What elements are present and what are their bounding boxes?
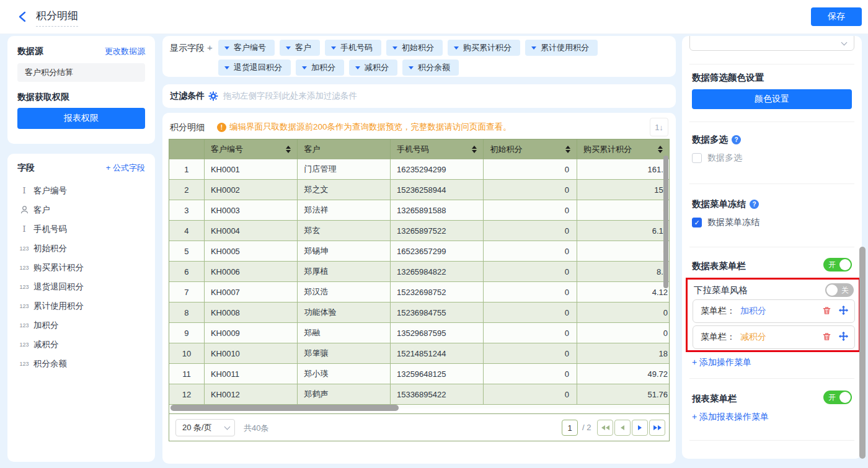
sort-icon[interactable] (286, 143, 291, 156)
cell-phone: 13265897522 (391, 221, 484, 241)
sort-icon[interactable] (472, 143, 477, 156)
field-item[interactable]: 减积分 (17, 335, 149, 354)
divider (689, 247, 854, 247)
field-item[interactable]: 客户编号 (17, 181, 149, 200)
table-row[interactable]: 7KH0007郑汉浩1523269875204.12 (169, 282, 669, 302)
table-row[interactable]: 2KH0002郑之文152362589440150 (169, 180, 669, 200)
table-menubar-toggle[interactable]: 开 (823, 258, 852, 272)
settings-select[interactable] (689, 36, 854, 51)
display-field-chip[interactable]: 初始积分 (386, 40, 443, 56)
delete-icon[interactable] (822, 306, 831, 317)
sort-order-icon[interactable]: 1↓ (650, 118, 668, 136)
checkbox-unchecked[interactable] (692, 153, 702, 163)
row-number: 7 (169, 282, 205, 302)
move-icon[interactable] (839, 332, 848, 343)
display-field-chip[interactable]: 积分余额 (402, 60, 459, 76)
gear-icon[interactable] (208, 91, 218, 101)
multiselect-checkbox-row[interactable]: 数据多选 (692, 152, 742, 164)
display-field-chip[interactable]: 累计使用积分 (525, 40, 598, 56)
first-page-button[interactable] (597, 420, 613, 436)
field-item[interactable]: 手机号码 (17, 219, 149, 239)
table-row[interactable]: 1KH0001门店管理162352942990161.2 (169, 159, 669, 180)
move-icon[interactable] (839, 306, 848, 317)
next-page-button[interactable] (632, 420, 648, 436)
row-number: 8 (169, 302, 205, 323)
add-display-field-icon[interactable]: + (207, 42, 213, 53)
datasource-value[interactable]: 客户积分结算 (17, 63, 145, 82)
cell-customer-code: KH0003 (205, 200, 298, 221)
table-row[interactable]: 4KH0004郑玄1326589752206.14 (169, 221, 669, 241)
display-field-chip[interactable]: 退货退回积分 (218, 60, 291, 76)
field-item[interactable]: 退货退回积分 (17, 277, 149, 296)
field-item[interactable]: 累计使用积分 (17, 296, 149, 316)
change-datasource-link[interactable]: 更改数据源 (105, 46, 145, 57)
header-cell[interactable]: 手机号码 (391, 139, 484, 159)
cell-purchase-points: 18 (577, 343, 669, 364)
permission-title: 数据获取权限 (17, 92, 69, 103)
table-row[interactable]: 12KH0012郑鹤声15336895422051.76 (169, 384, 669, 405)
display-field-chip[interactable]: 减积分 (349, 60, 397, 76)
back-icon[interactable] (16, 10, 30, 24)
panel-vertical-scrollbar[interactable] (859, 247, 866, 459)
delete-icon[interactable] (822, 332, 831, 343)
table-row[interactable]: 9KH0009郑融1352968759500 (169, 323, 669, 343)
sort-icon[interactable] (565, 143, 570, 156)
cell-phone: 13265891588 (391, 200, 484, 221)
current-page-input[interactable]: 1 (562, 420, 578, 436)
display-field-chip[interactable]: 手机号码 (325, 40, 381, 56)
display-field-chip[interactable]: 客户编号 (218, 40, 275, 56)
table-row[interactable]: 6KH0006郑厚植1326598482208.3 (169, 262, 669, 282)
page-size-select[interactable]: 20 条/页 (175, 419, 235, 436)
display-field-chip[interactable]: 客户 (280, 40, 320, 56)
table-horizontal-scrollbar[interactable] (170, 405, 399, 411)
cell-phone: 16523657299 (391, 241, 484, 262)
color-settings-button[interactable]: 颜色设置 (692, 89, 852, 109)
add-action-menu-link[interactable]: + 添加操作菜单 (692, 357, 751, 368)
dropdown-style-toggle[interactable]: 关 (825, 283, 854, 297)
freeze-checkbox-row[interactable]: 数据菜单冻结 (692, 217, 760, 228)
report-permission-button[interactable]: 报表权限 (17, 108, 145, 129)
cell-phone: 15336895422 (391, 384, 484, 405)
table-row[interactable]: 3KH0003郑法祥1326589158800 (169, 200, 669, 221)
menubar-item[interactable]: 菜单栏： 加积分 (693, 299, 855, 323)
table-row[interactable]: 11KH0011郑小瑛13259648125049.72 (169, 364, 669, 384)
header-cell[interactable]: 购买累计积分 (577, 139, 669, 159)
help-icon[interactable] (732, 135, 741, 144)
header-cell[interactable]: 客户编号 (205, 139, 298, 159)
checkbox-checked[interactable] (692, 218, 702, 227)
table-row[interactable]: 8KH0008功能体验1523698475500 (169, 302, 669, 323)
cell-customer: 郑厚植 (298, 262, 391, 282)
prev-page-button[interactable] (614, 420, 631, 436)
cell-initial-points: 0 (484, 221, 577, 241)
field-item[interactable]: 客户 (17, 200, 149, 219)
header-cell[interactable]: 客户 (298, 139, 391, 159)
cell-purchase-points: 150 (577, 180, 669, 200)
field-item[interactable]: 初始积分 (17, 239, 149, 258)
report-menubar-toggle[interactable]: 开 (823, 391, 852, 404)
sort-icon[interactable] (658, 143, 663, 156)
filter-panel[interactable]: 过滤条件 拖动左侧字段到此处来添加过滤条件 (162, 84, 676, 108)
row-number: 6 (169, 262, 205, 282)
last-page-button[interactable] (649, 420, 665, 436)
table-vertical-scrollbar[interactable] (663, 156, 668, 288)
add-report-menu-link[interactable]: + 添加报表操作菜单 (692, 412, 769, 423)
cell-purchase-points: 8.3 (577, 262, 669, 282)
chevron-down-icon (531, 46, 536, 52)
annotation-highlight-box: 下拉菜单风格 关 菜单栏： 加积分 菜单栏： 减积分 (686, 278, 861, 352)
field-item[interactable]: 购买累计积分 (17, 258, 149, 277)
save-button[interactable]: 保存 (811, 7, 862, 26)
cell-customer-code: KH0001 (205, 159, 298, 180)
header-cell[interactable]: 初始积分 (484, 139, 577, 159)
display-field-chip[interactable]: 购买累计积分 (448, 40, 520, 56)
cell-customer-code: KH0011 (205, 364, 298, 384)
field-item[interactable]: 加积分 (17, 316, 149, 335)
display-field-chip[interactable]: 加积分 (296, 60, 344, 76)
help-icon[interactable] (750, 200, 759, 209)
table-row[interactable]: 10KH0010郑肇骧15214851244018 (169, 343, 669, 364)
formula-field-link[interactable]: + 公式字段 (106, 162, 145, 174)
display-fields-label: 显示字段 (170, 43, 205, 54)
field-item[interactable]: 积分余额 (17, 354, 149, 373)
datasource-panel: 数据源 更改数据源 客户积分结算 数据获取权限 报表权限 (7, 36, 155, 144)
menubar-item[interactable]: 菜单栏： 减积分 (693, 325, 855, 349)
table-row[interactable]: 5KH0005郑锡坤1652365729900 (169, 241, 669, 262)
